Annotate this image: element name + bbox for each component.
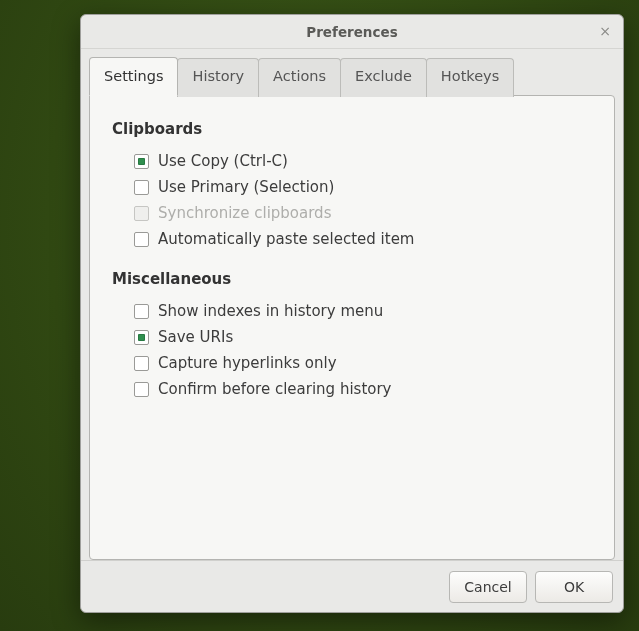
checkbox-synchronize bbox=[134, 206, 149, 221]
option-use-copy[interactable]: Use Copy (Ctrl-C) bbox=[134, 148, 592, 174]
cancel-button[interactable]: Cancel bbox=[449, 571, 527, 603]
tab-settings[interactable]: Settings bbox=[89, 57, 178, 96]
checkbox-auto-paste[interactable] bbox=[134, 232, 149, 247]
option-confirm-clear[interactable]: Confirm before clearing history bbox=[134, 376, 592, 402]
tab-actions[interactable]: Actions bbox=[258, 58, 341, 97]
checkbox-confirm-clear[interactable] bbox=[134, 382, 149, 397]
tab-page-settings: Clipboards Use Copy (Ctrl-C) Use Primary… bbox=[89, 95, 615, 560]
checkbox-use-copy[interactable] bbox=[134, 154, 149, 169]
label-synchronize: Synchronize clipboards bbox=[158, 204, 331, 222]
option-synchronize: Synchronize clipboards bbox=[134, 200, 592, 226]
preferences-dialog: Preferences × Settings History Actions E… bbox=[80, 14, 624, 613]
titlebar: Preferences × bbox=[81, 15, 623, 49]
label-save-uris: Save URIs bbox=[158, 328, 233, 346]
option-capture-hyperlinks[interactable]: Capture hyperlinks only bbox=[134, 350, 592, 376]
checkbox-show-indexes[interactable] bbox=[134, 304, 149, 319]
label-confirm-clear: Confirm before clearing history bbox=[158, 380, 392, 398]
ok-button[interactable]: OK bbox=[535, 571, 613, 603]
label-capture-hyperlinks: Capture hyperlinks only bbox=[158, 354, 337, 372]
option-save-uris[interactable]: Save URIs bbox=[134, 324, 592, 350]
tab-history[interactable]: History bbox=[177, 58, 259, 97]
section-title-misc: Miscellaneous bbox=[112, 270, 592, 288]
option-show-indexes[interactable]: Show indexes in history menu bbox=[134, 298, 592, 324]
notebook: Settings History Actions Exclude Hotkeys… bbox=[89, 57, 615, 560]
label-use-copy: Use Copy (Ctrl-C) bbox=[158, 152, 288, 170]
label-use-primary: Use Primary (Selection) bbox=[158, 178, 334, 196]
label-auto-paste: Automatically paste selected item bbox=[158, 230, 414, 248]
option-auto-paste[interactable]: Automatically paste selected item bbox=[134, 226, 592, 252]
checkbox-save-uris[interactable] bbox=[134, 330, 149, 345]
tab-strip: Settings History Actions Exclude Hotkeys bbox=[89, 57, 615, 96]
checkbox-capture-hyperlinks[interactable] bbox=[134, 356, 149, 371]
checkbox-use-primary[interactable] bbox=[134, 180, 149, 195]
label-show-indexes: Show indexes in history menu bbox=[158, 302, 383, 320]
desktop-background: Preferences × Settings History Actions E… bbox=[0, 0, 639, 631]
button-bar: Cancel OK bbox=[81, 560, 623, 612]
clipboards-options: Use Copy (Ctrl-C) Use Primary (Selection… bbox=[134, 148, 592, 252]
section-title-clipboards: Clipboards bbox=[112, 120, 592, 138]
option-use-primary[interactable]: Use Primary (Selection) bbox=[134, 174, 592, 200]
close-icon[interactable]: × bbox=[595, 21, 615, 41]
misc-options: Show indexes in history menu Save URIs C… bbox=[134, 298, 592, 402]
tab-exclude[interactable]: Exclude bbox=[340, 58, 427, 97]
tab-hotkeys[interactable]: Hotkeys bbox=[426, 58, 514, 97]
window-title: Preferences bbox=[306, 24, 397, 40]
